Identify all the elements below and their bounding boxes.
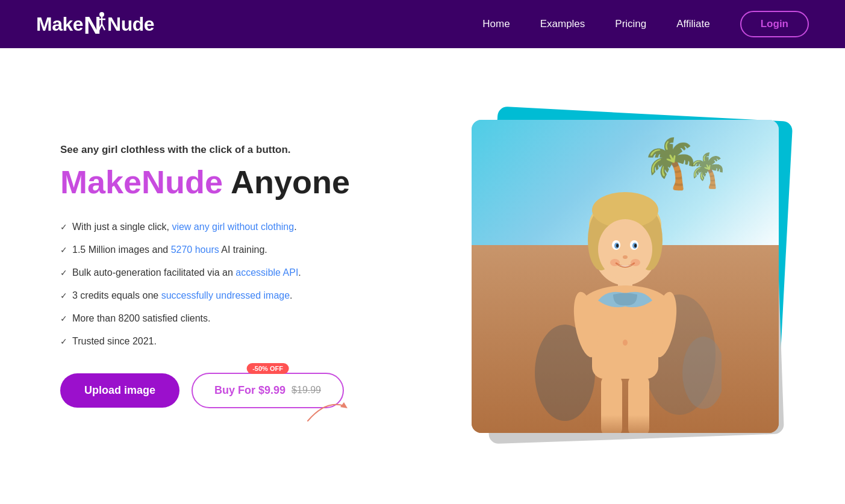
check-icon-5: ✓ — [60, 313, 67, 325]
upload-image-button[interactable]: Upload image — [60, 373, 179, 408]
buy-button-wrap: -50% OFF Buy For $9.99 $19.99 — [192, 373, 344, 408]
svg-text:N: N — [84, 12, 101, 37]
buy-old-price: $19.99 — [292, 385, 321, 396]
nav-examples[interactable]: Examples — [540, 18, 585, 30]
logo-icon: N — [83, 11, 107, 37]
svg-marker-6 — [340, 402, 348, 408]
person-image — [529, 162, 722, 433]
nav-links: Home Examples Pricing Affiliate Login — [482, 11, 809, 37]
hero-actions: Upload image -50% OFF Buy For $9.99 $19.… — [60, 373, 398, 408]
check-icon-6: ✓ — [60, 335, 67, 348]
check-icon-3: ✓ — [60, 267, 67, 279]
svg-point-20 — [616, 244, 619, 247]
feature-link-4[interactable]: successfully undressed image — [161, 290, 290, 300]
logo[interactable]: Make N Nude — [36, 11, 154, 37]
feature-5: ✓ More than 8200 satisfied clients. — [60, 311, 398, 326]
feature-2: ✓ 1.5 Million images and 5270 hours AI t… — [60, 243, 398, 257]
feature-1: ✓ With just a single click, view any gir… — [60, 220, 398, 234]
svg-point-21 — [634, 244, 637, 247]
logo-text-make: Make — [36, 13, 83, 36]
nav-pricing[interactable]: Pricing — [615, 18, 646, 30]
buy-price-label: Buy For $9.99 — [214, 384, 285, 397]
feature-link-1[interactable]: view any girl without clothing — [172, 222, 294, 232]
svg-point-15 — [598, 219, 652, 279]
buy-button[interactable]: Buy For $9.99 $19.99 — [192, 373, 344, 408]
hero-title-rest: Anyone — [223, 164, 350, 200]
feature-4: ✓ 3 credits equals one successfully undr… — [60, 288, 398, 303]
nav-login-button[interactable]: Login — [740, 11, 809, 37]
image-stack: 🌴 🌴 — [472, 114, 785, 439]
check-icon-1: ✓ — [60, 221, 67, 234]
feature-link-3[interactable]: accessible API — [235, 267, 298, 278]
hero-left: See any girl clothless with the click of… — [60, 144, 398, 408]
navbar: Make N Nude Home Examples Pricing Affili… — [0, 0, 845, 48]
logo-text-nude: Nude — [107, 13, 154, 36]
nav-home[interactable]: Home — [482, 18, 510, 30]
svg-rect-34 — [583, 415, 667, 433]
hero-title: MakeNude Anyone — [60, 164, 398, 200]
feature-link-2[interactable]: 5270 hours — [171, 244, 219, 255]
feature-3: ✓ Bulk auto-generation facilitated via a… — [60, 266, 398, 280]
svg-point-24 — [631, 259, 640, 266]
feature-6: ✓ Trusted since 2021. — [60, 334, 398, 349]
svg-point-29 — [623, 340, 628, 346]
hero-title-brand: MakeNude — [60, 164, 223, 200]
svg-line-5 — [102, 24, 105, 30]
hero-right: 🌴 🌴 — [460, 114, 797, 439]
svg-point-22 — [623, 255, 628, 259]
nav-affiliate[interactable]: Affiliate — [676, 18, 709, 30]
hero-section: See any girl clothless with the click of… — [0, 48, 845, 504]
main-photo: 🌴 🌴 — [472, 120, 779, 433]
hero-features: ✓ With just a single click, view any gir… — [60, 220, 398, 349]
svg-point-1 — [99, 12, 104, 17]
check-icon-2: ✓ — [60, 244, 67, 257]
svg-point-23 — [610, 259, 620, 266]
discount-badge: -50% OFF — [246, 363, 289, 374]
check-icon-4: ✓ — [60, 290, 67, 302]
hero-tagline: See any girl clothless with the click of… — [60, 144, 398, 156]
